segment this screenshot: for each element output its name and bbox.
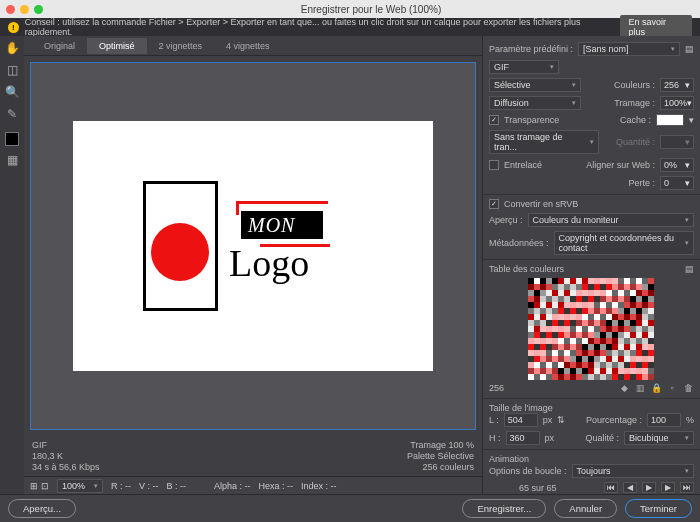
window-title: Enregistrer pour le Web (100%) — [48, 4, 694, 15]
matte-label: Cache : — [620, 115, 651, 125]
status-bar: ⊞⊡ 100%▾ R : -- V : -- B : -- Alpha : --… — [24, 476, 482, 494]
status-hexa: Hexa : -- — [259, 481, 294, 491]
websnap-label: Aligner sur Web : — [586, 160, 655, 170]
tip-bar: ! Conseil : utilisez la commande Fichier… — [0, 18, 700, 36]
done-button[interactable]: Terminer — [625, 499, 692, 518]
status-v: V : -- — [139, 481, 159, 491]
zoom-select[interactable]: 100%▾ — [57, 479, 103, 493]
hand-tool-icon[interactable]: ✋ — [4, 40, 20, 56]
quality-label: Qualité : — [585, 433, 619, 443]
ct-sort-icon[interactable]: ◆ — [618, 382, 630, 394]
status-b: B : -- — [167, 481, 187, 491]
toggle-slices-icon[interactable]: ▦ — [4, 152, 20, 168]
percent-label: Pourcentage : — [586, 415, 642, 425]
transparency-label: Transparence — [504, 115, 559, 125]
dither-label: Tramage : — [614, 98, 655, 108]
view-mode-icon[interactable]: ⊞ — [30, 481, 38, 491]
preview-tabs: Original Optimisé 2 vignettes 4 vignette… — [24, 36, 482, 56]
logo-accent — [236, 201, 328, 204]
metadata-label: Métadonnées : — [489, 238, 549, 248]
link-icon[interactable]: ⇅ — [557, 415, 565, 425]
dither-amount-input[interactable]: 100%▾ — [660, 96, 694, 110]
amount-label: Quantité : — [616, 137, 655, 147]
ct-shift-icon[interactable]: ▥ — [634, 382, 646, 394]
cancel-button[interactable]: Annuler — [554, 499, 617, 518]
trans-dither-select[interactable]: Sans tramage de tran...▾ — [489, 130, 599, 154]
matte-swatch[interactable] — [656, 114, 684, 126]
h-label: H : — [489, 433, 501, 443]
preset-menu-icon[interactable]: ▤ — [685, 44, 694, 54]
percent-input[interactable]: 100 — [647, 413, 681, 427]
amount-input: ▾ — [660, 135, 694, 149]
tab-4up[interactable]: 4 vignettes — [214, 38, 282, 54]
prev-frame-button[interactable]: ◀ — [623, 482, 637, 493]
first-frame-button[interactable]: ⏮ — [604, 482, 618, 493]
window-titlebar: Enregistrer pour le Web (100%) — [0, 0, 700, 18]
ct-delete-icon[interactable]: 🗑 — [682, 382, 694, 394]
tab-original[interactable]: Original — [32, 38, 87, 54]
save-button[interactable]: Enregistrer... — [462, 499, 546, 518]
websnap-input[interactable]: 0%▾ — [660, 158, 694, 172]
zoom-tool-icon[interactable]: 🔍 — [4, 84, 20, 100]
interlaced-checkbox[interactable] — [489, 160, 499, 170]
tab-optimise[interactable]: Optimisé — [87, 38, 147, 54]
srgb-checkbox[interactable] — [489, 199, 499, 209]
eyedropper-tool-icon[interactable]: ✎ — [4, 106, 20, 122]
logo-circle — [151, 223, 209, 281]
tip-bulb-icon: ! — [8, 22, 19, 33]
next-frame-button[interactable]: ▶ — [661, 482, 675, 493]
format-select[interactable]: GIF▾ — [489, 60, 559, 74]
w-label: L : — [489, 415, 499, 425]
lossy-label: Perte : — [628, 178, 655, 188]
preset-select[interactable]: [Sans nom]▾ — [578, 42, 680, 56]
info-size: 180,3 K — [32, 451, 100, 461]
ct-lock-icon[interactable]: 🔒 — [650, 382, 662, 394]
info-format: GIF — [32, 440, 100, 450]
color-table[interactable] — [528, 278, 656, 380]
slice-tool-icon[interactable]: ◫ — [4, 62, 20, 78]
preview-select[interactable]: Couleurs du moniteur▾ — [528, 213, 694, 227]
width-input[interactable]: 504 — [504, 413, 538, 427]
preview-info: GIF 180,3 K 34 s à 56,6 Kbps Tramage 100… — [24, 436, 482, 476]
preview-label: Aperçu : — [489, 215, 523, 225]
view-mode-icon[interactable]: ⊡ — [41, 481, 49, 491]
status-index: Index : -- — [301, 481, 337, 491]
transparency-checkbox[interactable] — [489, 115, 499, 125]
preset-label: Paramètre prédéfini : — [489, 44, 573, 54]
logo-accent — [236, 201, 239, 215]
color-table-menu-icon[interactable]: ▤ — [685, 264, 694, 274]
metadata-select[interactable]: Copyright et coordonnées du contact▾ — [554, 231, 694, 255]
traffic-minimize-icon[interactable] — [20, 5, 29, 14]
frame-count: 65 sur 65 — [519, 483, 557, 493]
play-button[interactable]: ▶ — [642, 482, 656, 493]
canvas-area[interactable]: MON Logo — [30, 62, 476, 430]
settings-panel: Paramètre prédéfini : [Sans nom]▾ ▤ GIF▾… — [482, 36, 700, 494]
traffic-close-icon[interactable] — [6, 5, 15, 14]
image-size-label: Taille de l'image — [489, 403, 553, 413]
tab-2up[interactable]: 2 vignettes — [147, 38, 215, 54]
info-dither: Tramage 100 % — [407, 440, 474, 450]
dither-method-select[interactable]: Diffusion▾ — [489, 96, 581, 110]
logo-mon-text: MON — [248, 214, 295, 237]
height-input[interactable]: 360 — [506, 431, 540, 445]
info-palette: Palette Sélective — [407, 451, 474, 461]
colors-label: Couleurs : — [614, 80, 655, 90]
reduction-select[interactable]: Sélective▾ — [489, 78, 581, 92]
logo-logo-text: Logo — [229, 241, 309, 285]
loop-label: Options de boucle : — [489, 466, 567, 476]
status-alpha: Alpha : -- — [214, 481, 251, 491]
ct-new-icon[interactable]: ▫ — [666, 382, 678, 394]
preview-button[interactable]: Aperçu... — [8, 499, 76, 518]
info-colors: 256 couleurs — [407, 462, 474, 472]
traffic-zoom-icon[interactable] — [34, 5, 43, 14]
canvas: MON Logo — [73, 121, 433, 371]
quality-select[interactable]: Bicubique▾ — [624, 431, 694, 445]
animation-label: Animation — [489, 454, 529, 464]
lossy-input[interactable]: 0▾ — [660, 176, 694, 190]
loop-select[interactable]: Toujours▾ — [572, 464, 694, 478]
colors-input[interactable]: 256▾ — [660, 78, 694, 92]
foreground-swatch[interactable] — [5, 132, 19, 146]
last-frame-button[interactable]: ⏭ — [680, 482, 694, 493]
status-r: R : -- — [111, 481, 131, 491]
interlaced-label: Entrelacé — [504, 160, 542, 170]
